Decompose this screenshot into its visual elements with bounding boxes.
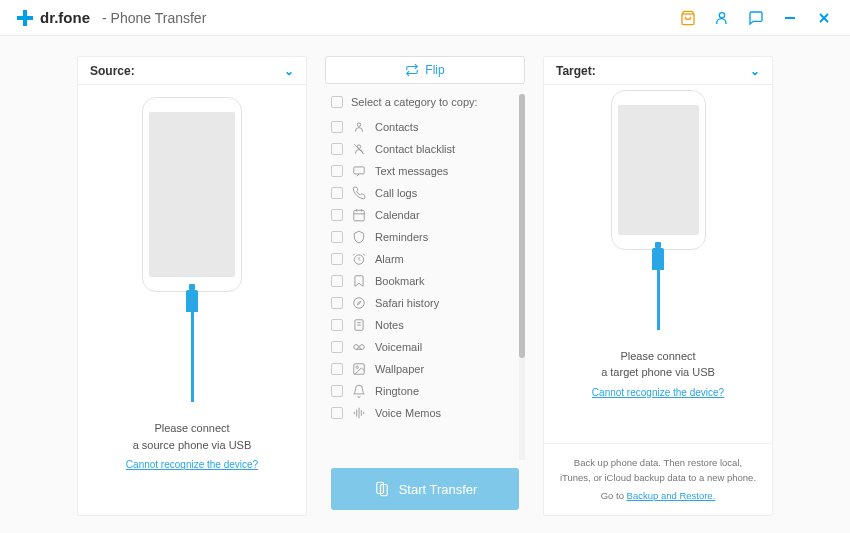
category-row: Call logs xyxy=(331,182,515,204)
category-icon xyxy=(352,186,366,200)
feedback-icon[interactable] xyxy=(746,8,766,28)
select-all-label: Select a category to copy: xyxy=(351,96,478,108)
backup-restore-link[interactable]: Backup and Restore. xyxy=(627,489,716,503)
category-checkbox[interactable] xyxy=(331,407,343,419)
category-icon xyxy=(352,296,366,310)
flip-button[interactable]: Flip xyxy=(325,56,525,84)
svg-rect-10 xyxy=(354,167,365,174)
start-transfer-button[interactable]: Start Transfer xyxy=(331,468,519,510)
category-area: Select a category to copy: ContactsConta… xyxy=(325,94,525,460)
phone-icon xyxy=(611,90,706,250)
category-checkbox[interactable] xyxy=(331,253,343,265)
source-help-link[interactable]: Cannot recognize the device? xyxy=(126,457,258,472)
category-icon xyxy=(352,164,366,178)
flip-label: Flip xyxy=(425,63,444,77)
category-row: Ringtone xyxy=(331,380,515,402)
svg-rect-1 xyxy=(17,16,33,20)
category-icon xyxy=(352,252,366,266)
titlebar: dr.fone - Phone Transfer xyxy=(0,0,850,36)
titlebar-right xyxy=(678,8,834,28)
category-row: Contacts xyxy=(331,116,515,138)
category-icon xyxy=(352,406,366,420)
center-panel: Flip Select a category to copy: Contacts… xyxy=(325,56,525,516)
category-icon xyxy=(352,208,366,222)
category-checkbox[interactable] xyxy=(331,363,343,375)
svg-rect-11 xyxy=(354,210,365,221)
category-list: Select a category to copy: ContactsConta… xyxy=(325,94,525,460)
category-row: Voicemail xyxy=(331,336,515,358)
target-label: Target: xyxy=(556,64,596,78)
usb-cable-icon xyxy=(142,292,242,402)
usb-cable-icon xyxy=(611,250,706,330)
svg-point-3 xyxy=(719,12,724,17)
source-header[interactable]: Source: ⌄ xyxy=(78,57,306,85)
category-checkbox[interactable] xyxy=(331,297,343,309)
source-panel: Source: ⌄ Please connect a source phone … xyxy=(77,56,307,516)
category-row: Notes xyxy=(331,314,515,336)
category-label: Text messages xyxy=(375,165,448,177)
category-checkbox[interactable] xyxy=(331,385,343,397)
scrollbar[interactable] xyxy=(519,94,525,460)
phone-illustration xyxy=(142,127,242,402)
select-all-checkbox[interactable] xyxy=(331,96,343,108)
category-row: Wallpaper xyxy=(331,358,515,380)
flip-icon xyxy=(405,63,419,77)
source-connect-line2: a source phone via USB xyxy=(126,437,258,454)
target-body: Please connect a target phone via USB Ca… xyxy=(544,85,772,443)
category-label: Bookmark xyxy=(375,275,425,287)
close-button[interactable] xyxy=(814,8,834,28)
category-label: Safari history xyxy=(375,297,439,309)
source-label: Source: xyxy=(90,64,135,78)
category-label: Call logs xyxy=(375,187,417,199)
module-name: - Phone Transfer xyxy=(102,10,206,26)
svg-line-17 xyxy=(363,254,365,256)
category-checkbox[interactable] xyxy=(331,209,343,221)
category-row: Reminders xyxy=(331,226,515,248)
category-checkbox[interactable] xyxy=(331,187,343,199)
category-label: Wallpaper xyxy=(375,363,424,375)
category-row: Calendar xyxy=(331,204,515,226)
main: Source: ⌄ Please connect a source phone … xyxy=(0,36,850,533)
transfer-icon xyxy=(373,480,391,498)
category-label: Ringtone xyxy=(375,385,419,397)
category-checkbox[interactable] xyxy=(331,165,343,177)
target-header[interactable]: Target: ⌄ xyxy=(544,57,772,85)
category-row: Text messages xyxy=(331,160,515,182)
target-help-link[interactable]: Cannot recognize the device? xyxy=(592,385,724,400)
account-icon[interactable] xyxy=(712,8,732,28)
source-body: Please connect a source phone via USB Ca… xyxy=(78,85,306,515)
category-row: Voice Memos xyxy=(331,402,515,424)
category-row: Alarm xyxy=(331,248,515,270)
svg-point-18 xyxy=(354,298,365,309)
cart-icon[interactable] xyxy=(678,8,698,28)
brand: dr.fone - Phone Transfer xyxy=(16,9,206,27)
svg-point-26 xyxy=(356,366,358,368)
category-icon xyxy=(352,274,366,288)
category-row: Bookmark xyxy=(331,270,515,292)
category-checkbox[interactable] xyxy=(331,121,343,133)
scroll-thumb[interactable] xyxy=(519,94,525,358)
category-label: Calendar xyxy=(375,209,420,221)
category-checkbox[interactable] xyxy=(331,231,343,243)
category-checkbox[interactable] xyxy=(331,341,343,353)
target-footer: Back up phone data. Then restore local, … xyxy=(544,443,772,515)
category-label: Notes xyxy=(375,319,404,331)
category-icon xyxy=(352,318,366,332)
category-row: Safari history xyxy=(331,292,515,314)
category-label: Alarm xyxy=(375,253,404,265)
target-connect-line1: Please connect xyxy=(592,348,724,365)
target-connect-line2: a target phone via USB xyxy=(592,364,724,381)
source-connect-text: Please connect a source phone via USB Ca… xyxy=(126,420,258,473)
category-row: Contact blacklist xyxy=(331,138,515,160)
category-icon xyxy=(352,230,366,244)
category-checkbox[interactable] xyxy=(331,143,343,155)
category-icon xyxy=(352,120,366,134)
category-checkbox[interactable] xyxy=(331,319,343,331)
target-panel: Target: ⌄ Please connect a target phone … xyxy=(543,56,773,516)
category-icon xyxy=(352,142,366,156)
select-all-row: Select a category to copy: xyxy=(331,94,515,116)
chevron-down-icon: ⌄ xyxy=(284,64,294,78)
minimize-button[interactable] xyxy=(780,8,800,28)
category-checkbox[interactable] xyxy=(331,275,343,287)
brand-name: dr.fone xyxy=(40,9,90,26)
